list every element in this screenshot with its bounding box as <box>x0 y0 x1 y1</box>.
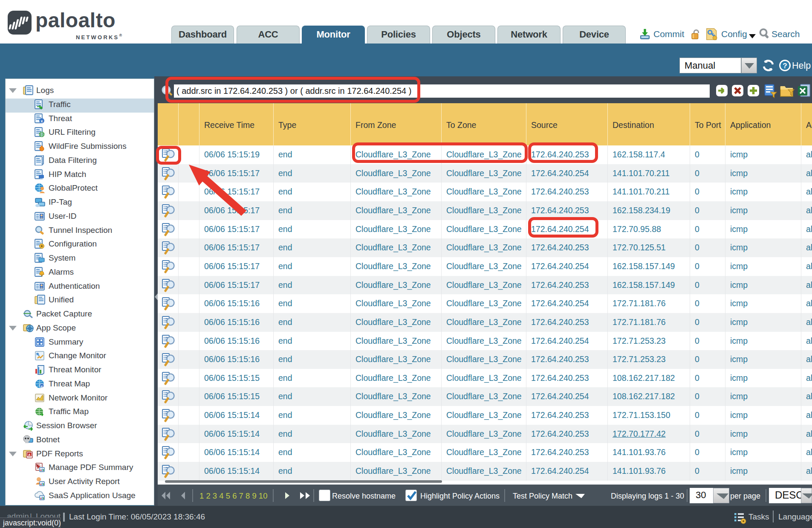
svg-text:x: x <box>41 384 43 388</box>
svg-text:x: x <box>40 119 43 123</box>
svg-text:?: ? <box>783 62 787 70</box>
svg-text:A: A <box>28 453 31 457</box>
